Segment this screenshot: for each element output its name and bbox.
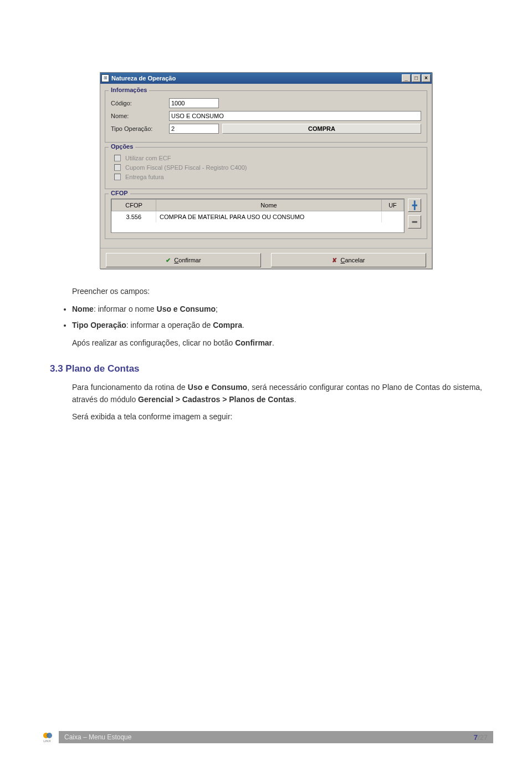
- fieldset-opcoes: Opções Utilizar com ECF Cupom Fiscal (SP…: [105, 147, 427, 189]
- document-body: Preencher os campos: Nome: informar o no…: [50, 286, 482, 423]
- cfop-cell-cfop: 3.556: [112, 211, 156, 223]
- li2-bold2: Compra: [213, 321, 242, 329]
- confirm-button[interactable]: ✔ CConfirmaronfirmar: [106, 253, 261, 267]
- codigo-label: Código:: [111, 100, 169, 106]
- tipo-name-panel: COMPRA: [222, 124, 421, 134]
- apos-text: Após realizar as configurações, clicar n…: [72, 337, 482, 349]
- legend-informacoes: Informações: [109, 87, 149, 93]
- cfop-header-nome: Nome: [156, 200, 382, 211]
- apos-end: .: [272, 338, 274, 347]
- table-row[interactable]: 3.556 COMPRA DE MATERIAL PARA USO OU CON…: [112, 211, 404, 223]
- tipo-label: Tipo Operação:: [111, 125, 169, 132]
- minimize-button[interactable]: _: [402, 74, 411, 82]
- apos-bold: Confirmar: [235, 338, 272, 347]
- cancel-button[interactable]: ✘ Cancelar: [271, 253, 426, 267]
- maximize-button[interactable]: □: [412, 74, 421, 82]
- footer-page: 7/27: [474, 733, 488, 742]
- footer-page-num: 7: [474, 733, 478, 742]
- svg-text:LINX: LINX: [43, 739, 50, 743]
- dialog-window: ⊞ Natureza de Operação _ □ × Informações…: [100, 72, 432, 269]
- fieldset-cfop: CFOP CFOP Nome UF: [105, 194, 427, 239]
- para-b1: Uso e Consumo: [188, 383, 247, 392]
- svg-point-1: [47, 733, 52, 738]
- section-heading: 3.3 Plano de Contas: [50, 362, 482, 376]
- minus-icon: ━: [412, 217, 417, 226]
- tipo-input[interactable]: [169, 124, 219, 134]
- li2-text: : informar a operação de: [126, 321, 213, 329]
- fieldset-informacoes: Informações Código: Nome: Tipo Operação:…: [105, 90, 427, 143]
- app-icon: ⊞: [101, 74, 109, 82]
- checkbox-ecf[interactable]: [114, 155, 121, 161]
- li1-bold1: Nome: [72, 305, 94, 313]
- li1-bold2: Uso e Consumo: [157, 305, 216, 313]
- close-button[interactable]: ×: [422, 74, 431, 82]
- exibida-text: Será exibida a tela conforme imagem a se…: [72, 411, 482, 423]
- checkbox-entrega-label: Entrega futura: [125, 174, 164, 180]
- cfop-table: CFOP Nome UF 3.556 COMPRA DE MATERIAL PA…: [111, 199, 405, 233]
- x-icon: ✘: [332, 257, 337, 264]
- footer-total: 27: [480, 733, 488, 742]
- remove-row-button[interactable]: ━: [408, 215, 421, 229]
- plano-paragraph: Para funcionamento da rotina de Uso e Co…: [72, 382, 482, 405]
- li2-bold1: Tipo Operação: [72, 321, 126, 329]
- legend-cfop: CFOP: [109, 190, 130, 196]
- para-b2: Gerencial > Cadastros > Planos de Contas: [138, 395, 294, 404]
- cfop-cell-nome: COMPRA DE MATERIAL PARA USO OU CONSUMO: [156, 211, 382, 223]
- para-end: .: [294, 395, 296, 404]
- footer-text: Caixa – Menu Estoque: [64, 733, 131, 741]
- preencher-text: Preencher os campos:: [72, 286, 482, 298]
- apos-pre: Após realizar as configurações, clicar n…: [72, 338, 235, 347]
- checkbox-cupom[interactable]: [114, 164, 121, 171]
- page-footer: LINX Caixa – Menu Estoque 7/27: [39, 730, 493, 744]
- cfop-header-cfop: CFOP: [112, 200, 156, 211]
- checkbox-cupom-label: Cupom Fiscal (SPED Fiscal - Registro C40…: [125, 164, 247, 171]
- check-icon: ✔: [166, 257, 171, 264]
- window-title: Natureza de Operação: [111, 75, 401, 82]
- legend-opcoes: Opções: [109, 143, 135, 150]
- list-item: Tipo Operação: informar a operação de Co…: [72, 319, 482, 332]
- confirm-label: C: [174, 257, 178, 263]
- para-pre: Para funcionamento da rotina de: [72, 383, 188, 392]
- checkbox-ecf-label: Utilizar com ECF: [125, 155, 171, 161]
- plus-icon: ╋: [412, 201, 417, 210]
- add-row-button[interactable]: ╋: [408, 199, 421, 212]
- li1-text: : informar o nome: [94, 305, 157, 313]
- cfop-cell-uf: [382, 211, 404, 223]
- list-item: Nome: informar o nome Uso e Consumo;: [72, 303, 482, 316]
- titlebar: ⊞ Natureza de Operação _ □ ×: [100, 73, 432, 84]
- li1-end: ;: [216, 305, 218, 313]
- cancel-label: C: [340, 257, 345, 263]
- checkbox-entrega[interactable]: [114, 174, 121, 180]
- li2-end: .: [242, 321, 244, 329]
- cfop-header-uf: UF: [382, 200, 404, 211]
- linx-logo: LINX: [39, 731, 55, 743]
- nome-label: Nome:: [111, 113, 169, 119]
- codigo-input[interactable]: [169, 98, 219, 108]
- nome-input[interactable]: [169, 111, 421, 121]
